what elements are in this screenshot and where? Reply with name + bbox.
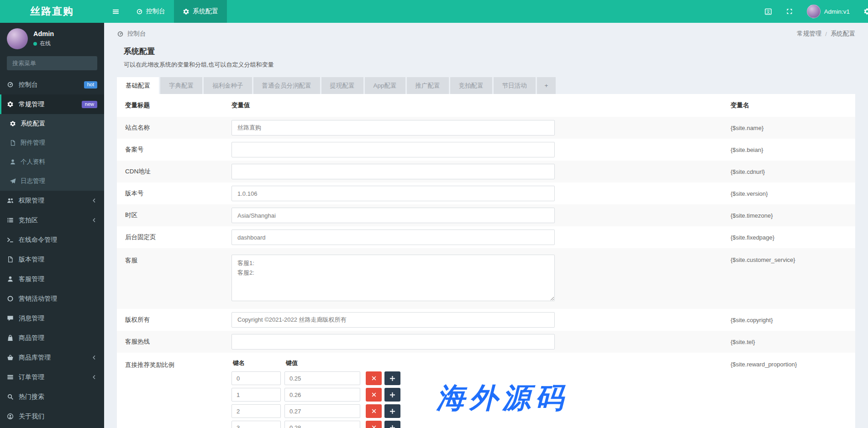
- user-icon: [7, 276, 14, 282]
- sidebar-item-product-library[interactable]: 商品库管理: [0, 348, 104, 367]
- close-icon: [371, 376, 377, 381]
- panel-header: 系统配置 可以在此增改系统的变量和分组,也可以自定义分组和变量: [117, 43, 855, 69]
- dashboard-icon: [117, 31, 124, 37]
- sidebar-item-general-management[interactable]: 常规管理 new: [0, 94, 104, 114]
- table-row: 版权所有 {$site.copyright}: [117, 309, 855, 331]
- var-name: {$site.beian}: [731, 146, 855, 153]
- sidebar-item-marketing-management[interactable]: 营销活动管理: [0, 289, 104, 308]
- drag-row-button[interactable]: [384, 371, 400, 385]
- var-name: {$site.copyright}: [731, 317, 855, 324]
- tab-promotion-config[interactable]: 推广配置: [407, 77, 449, 94]
- main-content: 控制台 常规管理 / 系统配置 系统配置 可以在此增改系统的变量和分组,也可以自…: [104, 23, 868, 428]
- copyright-input[interactable]: [231, 312, 555, 328]
- topnav-system-config[interactable]: 系统配置: [174, 0, 227, 23]
- tab-member-profit-config[interactable]: 普通会员分润配置: [253, 77, 320, 94]
- sidebar-item-hot-search[interactable]: 热门搜索: [0, 387, 104, 407]
- delete-row-button[interactable]: [366, 388, 382, 402]
- tab-auction-config[interactable]: 竞拍配置: [450, 77, 492, 94]
- tab-dictionary-config[interactable]: 字典配置: [160, 77, 202, 94]
- app-logo: 丝路直购: [0, 0, 104, 23]
- user-status: 在线: [33, 40, 54, 47]
- fullscreen-button[interactable]: [779, 0, 800, 23]
- config-table-card: 变量标题 变量值 变量名 站点名称 {$site.name} 备案号 {$sit…: [117, 94, 855, 428]
- fixed-page-input[interactable]: [231, 230, 555, 245]
- terminal-icon: [7, 236, 14, 243]
- table-row: 备案号 {$site.beian}: [117, 139, 855, 161]
- dashboard-icon: [136, 8, 143, 15]
- sidebar-item-attachment-management[interactable]: 附件管理: [0, 133, 104, 152]
- config-tabs: 基础配置 字典配置 福利金种子 普通会员分润配置 提现配置 App配置 推广配置…: [117, 77, 855, 94]
- tab-basic-config[interactable]: 基础配置: [117, 77, 159, 94]
- sidebar-item-version-management[interactable]: 版本管理: [0, 250, 104, 269]
- kv-key-input[interactable]: [231, 421, 281, 428]
- delete-row-button[interactable]: [366, 421, 382, 428]
- table-row: 直接推荐奖励比例 键名 键值: [117, 353, 855, 428]
- dashboard-icon: [7, 81, 14, 88]
- sidebar-item-online-command[interactable]: 在线命令管理: [0, 230, 104, 250]
- tab-holiday-activity[interactable]: 节日活动: [494, 77, 536, 94]
- search-input[interactable]: [7, 56, 97, 70]
- user-label: Admin:v1: [824, 8, 850, 15]
- kv-value-input[interactable]: [284, 371, 360, 385]
- table-row: 后台固定页 {$site.fixedpage}: [117, 226, 855, 248]
- drag-row-button[interactable]: [384, 388, 400, 402]
- move-icon: [389, 408, 395, 414]
- add-tab-button[interactable]: +: [537, 77, 556, 94]
- topnav-dashboard[interactable]: 控制台: [127, 0, 174, 23]
- language-button[interactable]: [758, 0, 779, 23]
- settings-button[interactable]: [857, 0, 868, 23]
- kv-key-input[interactable]: [231, 388, 281, 402]
- tab-withdrawal-config[interactable]: 提现配置: [321, 77, 363, 94]
- sidebar-item-customer-service-management[interactable]: 客服管理: [0, 269, 104, 289]
- sidebar-item-system-config[interactable]: 系统配置: [0, 114, 104, 133]
- tab-app-config[interactable]: App配置: [365, 77, 405, 94]
- sidebar-item-about-us[interactable]: 关于我们: [0, 407, 104, 426]
- drag-row-button[interactable]: [384, 404, 400, 418]
- hotline-input[interactable]: [231, 334, 555, 350]
- kv-value-input[interactable]: [284, 421, 360, 428]
- kv-row: [231, 421, 731, 428]
- site-name-input[interactable]: [231, 120, 555, 136]
- avatar: [7, 28, 28, 49]
- kv-key-input[interactable]: [231, 371, 281, 385]
- customer-service-textarea[interactable]: 客服1: 客服2:: [231, 255, 555, 301]
- new-badge: new: [82, 101, 97, 108]
- kv-value-input[interactable]: [284, 404, 360, 418]
- sidebar-item-permission-management[interactable]: 权限管理: [0, 191, 104, 210]
- version-input[interactable]: [231, 186, 555, 201]
- move-icon: [389, 425, 395, 428]
- move-icon: [389, 392, 395, 398]
- sidebar-item-product-management[interactable]: 商品管理: [0, 328, 104, 348]
- sidebar-item-profile[interactable]: 个人资料: [0, 152, 104, 172]
- comment-icon: [7, 315, 14, 322]
- header-var-value: 变量值: [231, 101, 731, 110]
- user-menu[interactable]: Admin:v1: [800, 0, 857, 23]
- breadcrumb-separator: /: [825, 31, 827, 37]
- sidebar-item-dashboard[interactable]: 控制台 hot: [0, 75, 104, 94]
- kv-row: [231, 404, 731, 418]
- kv-value-input[interactable]: [284, 388, 360, 402]
- config-panel: 系统配置 可以在此增改系统的变量和分组,也可以自定义分组和变量 基础配置 字典配…: [117, 43, 855, 428]
- language-icon: [764, 8, 772, 16]
- kv-key-input[interactable]: [231, 404, 281, 418]
- var-name: {$site.cdnurl}: [731, 168, 855, 175]
- chevron-left-icon: [91, 374, 97, 380]
- breadcrumb-left[interactable]: 控制台: [117, 30, 146, 38]
- breadcrumb: 控制台 常规管理 / 系统配置: [104, 23, 868, 43]
- sidebar-item-log-management[interactable]: 日志管理: [0, 172, 104, 191]
- online-dot-icon: [33, 42, 37, 46]
- timezone-input[interactable]: [231, 208, 555, 223]
- sidebar-item-auction-zone[interactable]: 竞拍区: [0, 210, 104, 230]
- breadcrumb-parent[interactable]: 常规管理: [797, 30, 821, 38]
- search-icon: [7, 393, 14, 400]
- beian-input[interactable]: [231, 142, 555, 157]
- drag-row-button[interactable]: [384, 421, 400, 428]
- delete-row-button[interactable]: [366, 371, 382, 385]
- sidebar-item-message-management[interactable]: 消息管理: [0, 308, 104, 328]
- tab-welfare-seed[interactable]: 福利金种子: [204, 77, 252, 94]
- sidebar-toggle-button[interactable]: [104, 0, 127, 23]
- delete-row-button[interactable]: [366, 404, 382, 418]
- chevron-left-icon: [91, 355, 97, 360]
- sidebar-item-order-management[interactable]: 订单管理: [0, 367, 104, 387]
- cdn-url-input[interactable]: [231, 164, 555, 179]
